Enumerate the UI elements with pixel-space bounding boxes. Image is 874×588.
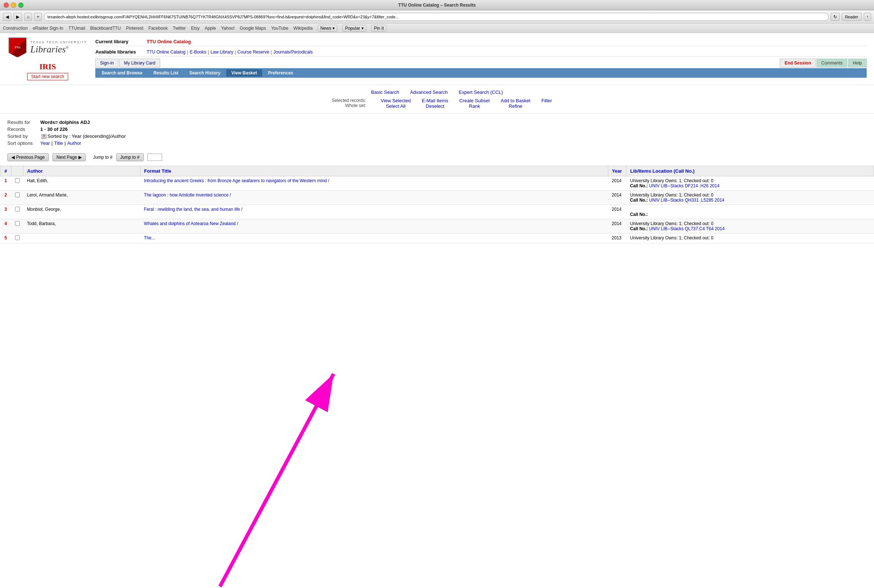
lib-link-ttu-catalog[interactable]: TTU Online Catalog — [147, 50, 186, 55]
sign-in-btn[interactable]: Sign-in — [95, 58, 118, 68]
records-value: 1 - 30 of 226 — [40, 126, 67, 132]
call-no-label: Call No.: — [630, 183, 648, 188]
bookmark-blackboard[interactable]: BlackboardTTU — [90, 26, 121, 31]
bookmark-wikipedia[interactable]: Wikipedia — [294, 26, 313, 31]
results-list-btn[interactable]: Results List — [148, 69, 183, 76]
help-btn[interactable]: Help — [848, 58, 867, 68]
bookmark-ttumail[interactable]: TTUmail — [69, 26, 85, 31]
row-lib-info-cell: University Library Owns: 1; Checked out:… — [627, 176, 874, 190]
bookmark-apple[interactable]: Apple — [205, 26, 216, 31]
lib-link-course-reserve[interactable]: Course Reserve — [238, 50, 270, 55]
nav-action-row: Search and Browse Results List Search Hi… — [95, 68, 867, 78]
sorted-by-value: Sorted by : Year (descending)/Author — [48, 134, 126, 139]
lib-link-journals[interactable]: Journals/Periodicals — [273, 50, 313, 55]
result-title-link[interactable]: Introducing the ancient Greeks : from Br… — [144, 178, 329, 183]
advanced-search-link[interactable]: Advanced Search — [410, 90, 448, 95]
bookmark-pinterest[interactable]: Pinterest — [126, 26, 143, 31]
col-year-header[interactable]: Year — [608, 166, 627, 176]
row-author: Leroi, Armand Marie, — [24, 190, 140, 205]
refresh-button[interactable]: ↻ — [831, 13, 840, 21]
nav-buttons-row-1: Sign-in My Library Card End Session Comm… — [95, 58, 867, 68]
forward-button[interactable]: ▶ — [13, 13, 22, 21]
view-basket-btn[interactable]: View Basket — [226, 69, 262, 76]
basic-search-link[interactable]: Basic Search — [371, 90, 399, 95]
window-title: TTU Online Catalog – Search Results — [398, 3, 475, 8]
call-no-link[interactable]: UNIV LIB--Stacks QL737.C4 T64 2014 — [649, 226, 725, 231]
lib-link-law[interactable]: Law Library — [210, 50, 233, 55]
result-title-link[interactable]: Feral : rewilding the land, the sea, and… — [144, 207, 243, 212]
table-row: 4 Todd, Barbara, Whales and dolphins of … — [0, 219, 874, 234]
result-title-link[interactable]: Whales and dolphins of Aotearoa New Zeal… — [144, 221, 238, 226]
col-format-title-header[interactable]: Format Title — [140, 166, 608, 176]
create-subset-link[interactable]: Create Subset Rank — [459, 98, 490, 109]
row-lib-info: University Library Owns: 1; Checked out:… — [630, 178, 714, 183]
jump-to-button[interactable]: Jump to # — [116, 153, 144, 161]
row-lib-info-cell: University Library Owns: 1; Checked out:… — [627, 219, 874, 234]
bookmark-facebook[interactable]: Facebook — [148, 26, 168, 31]
close-button[interactable] — [4, 3, 9, 8]
back-button[interactable]: ◀ — [3, 13, 11, 21]
search-history-btn[interactable]: Search History — [184, 69, 225, 76]
row-checkbox[interactable] — [15, 207, 20, 212]
row-checkbox[interactable] — [15, 178, 20, 183]
sort-help-button[interactable]: ? — [41, 134, 46, 139]
sort-author-link[interactable]: Author — [67, 140, 81, 146]
preferences-btn[interactable]: Preferences — [263, 69, 298, 76]
email-items-link[interactable]: E-Mail Items Deselect — [421, 98, 448, 109]
add-to-basket-link[interactable]: Add to Basket Refine — [501, 98, 531, 109]
row-checkbox-cell[interactable] — [11, 205, 24, 219]
sort-title-link[interactable]: Title — [54, 140, 63, 146]
comments-btn[interactable]: Comments — [816, 58, 847, 68]
row-lib-info-cell: University Library Owns: 1; Checked out:… — [627, 234, 874, 243]
row-checkbox-cell[interactable] — [11, 234, 24, 243]
view-selected-link[interactable]: View Selected Select All — [381, 98, 411, 109]
reader-button[interactable]: Reader — [842, 13, 862, 21]
pinit-dropdown[interactable]: Pin It — [371, 25, 387, 32]
lib-link-ebooks[interactable]: E-Books — [190, 50, 206, 55]
next-page-button[interactable]: Next Page ▶ — [52, 153, 86, 161]
sorted-by-label: Sorted by — [7, 134, 40, 139]
prev-page-button[interactable]: ◀ Previous Page — [7, 153, 49, 161]
bookmark-googlemaps[interactable]: Google Maps — [240, 26, 266, 31]
minimize-button[interactable] — [11, 3, 16, 8]
jump-to-input[interactable] — [147, 154, 162, 161]
col-libitems-header: Lib/Items Location (Call No.) — [627, 166, 874, 176]
share-button[interactable]: ↑ — [864, 13, 871, 21]
bookmark-youtube[interactable]: YouTube — [271, 26, 288, 31]
sort-year-link[interactable]: Year — [40, 140, 50, 146]
expert-search-link[interactable]: Expert Search (CCL) — [459, 90, 503, 95]
bookmark-eraider[interactable]: eRaider Sign-In — [33, 26, 63, 31]
current-library-value: TTU Online Catalog — [147, 39, 191, 44]
call-no-link[interactable]: UNIV LIB--Stacks QH331 .L5285 2014 — [649, 198, 724, 203]
row-checkbox-cell[interactable] — [11, 190, 24, 205]
result-title-link[interactable]: The... — [144, 236, 156, 240]
row-checkbox[interactable] — [15, 236, 20, 240]
maximize-button[interactable] — [18, 3, 24, 8]
my-library-card-btn[interactable]: My Library Card — [119, 58, 160, 68]
filter-link[interactable]: Filter — [541, 98, 552, 109]
bookmark-yahoo[interactable]: Yahoo! — [221, 26, 235, 31]
logo-section: TTU TEXAS TECH UNIVERSITY Libraries® IRI… — [7, 38, 88, 80]
result-title-link[interactable]: The lagoon : how Aristotle invented scie… — [144, 192, 231, 198]
row-checkbox[interactable] — [15, 192, 20, 197]
new-search-button[interactable]: Start new search — [27, 73, 68, 80]
home-button[interactable]: ⌂ — [24, 13, 32, 21]
row-title-cell: Introducing the ancient Greeks : from Br… — [140, 176, 608, 190]
news-dropdown[interactable]: News ▾ — [318, 25, 337, 32]
url-bar[interactable] — [44, 13, 829, 21]
end-session-btn[interactable]: End Session — [780, 58, 816, 68]
call-no-link[interactable]: UNIV LIB--Stacks DF214 .H26 2014 — [649, 183, 720, 188]
ttu-text: TEXAS TECH UNIVERSITY Libraries® — [30, 40, 87, 55]
row-number: 4 — [0, 219, 11, 234]
search-browse-btn[interactable]: Search and Browse — [96, 69, 147, 76]
col-author-header[interactable]: Author — [24, 166, 140, 176]
row-checkbox[interactable] — [15, 221, 20, 226]
popular-dropdown[interactable]: Popular ▾ — [342, 25, 366, 32]
bookmark-etsy[interactable]: Etsy — [191, 26, 199, 31]
window-controls[interactable] — [4, 3, 24, 8]
add-tab-button[interactable]: + — [34, 13, 42, 21]
bookmark-twitter[interactable]: Twitter — [173, 26, 186, 31]
row-checkbox-cell[interactable] — [11, 219, 24, 234]
bookmark-construction[interactable]: Construction — [3, 26, 27, 31]
row-checkbox-cell[interactable] — [11, 176, 24, 190]
